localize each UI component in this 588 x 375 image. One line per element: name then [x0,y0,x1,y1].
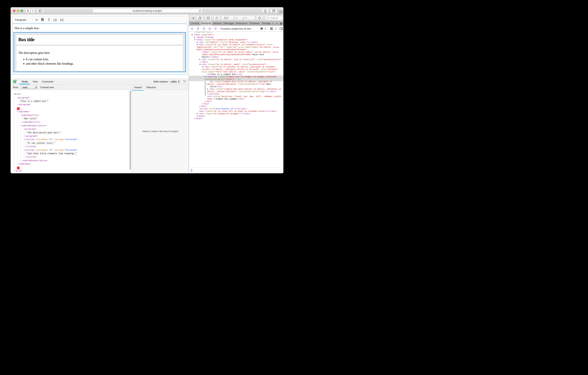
svg-text:2: 2 [53,20,54,22]
